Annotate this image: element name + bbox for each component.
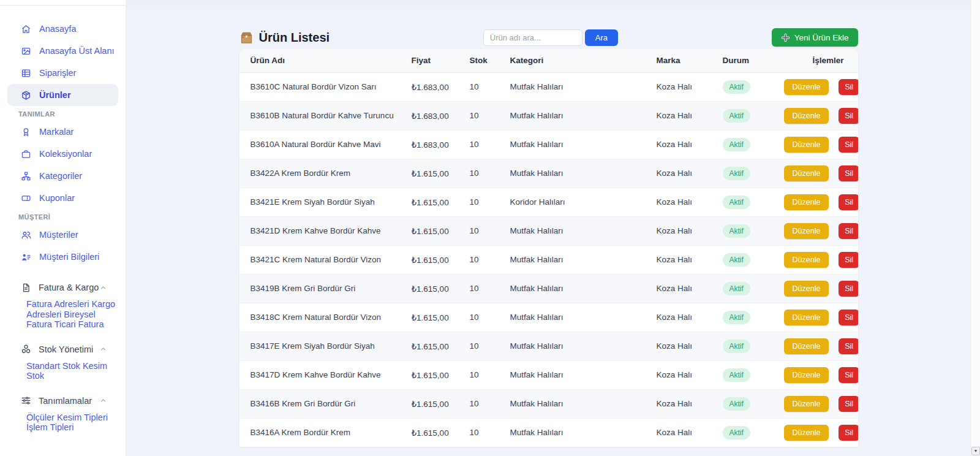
edit-button[interactable]: Düzenle <box>784 79 829 95</box>
sidebar-item-musteri-bilgileri[interactable]: Müşteri Bilgileri <box>0 246 126 268</box>
delete-button[interactable]: Sil <box>839 252 858 268</box>
column-header-kategori: Kategori <box>510 49 657 72</box>
product-category: Mutfak Halıları <box>510 284 564 293</box>
table-row: B3416A Krem Bordür Krem ₺1.615,00 10 Mut… <box>239 418 858 447</box>
product-category: Mutfak Halıları <box>510 140 564 149</box>
edit-button[interactable]: Düzenle <box>784 137 829 153</box>
product-price: ₺1.683,00 <box>412 83 449 92</box>
sidebar-item-stok-yonetimi[interactable]: Stok Yönetimi <box>0 339 126 360</box>
product-name: B3421D Krem Kahve Bordür Kahve <box>251 226 381 235</box>
delete-button[interactable]: Sil <box>839 165 858 181</box>
product-brand: Koza Halı <box>657 255 693 264</box>
product-category: Mutfak Halıları <box>510 111 564 120</box>
delete-button[interactable]: Sil <box>839 367 858 383</box>
sidebar-item-label: Anasayfa Üst Alanı <box>39 46 115 56</box>
sidebar-item-urunler[interactable]: Ürünler <box>7 84 118 106</box>
table-body: B3610C Natural Bordür Vizon Sarı ₺1.683,… <box>239 72 858 447</box>
status-badge: Aktif <box>723 282 750 295</box>
sidebar-item-markalar[interactable]: Markalar <box>0 121 126 143</box>
status-badge: Aktif <box>723 368 750 382</box>
sidebar-item-label: Ürünler <box>39 90 71 100</box>
users-icon <box>21 230 31 240</box>
delete-button[interactable]: Sil <box>839 310 858 325</box>
product-name: B3610B Natural Bordür Kahve Turuncu <box>251 111 394 120</box>
sidebar-item-label: Tanımlamalar <box>39 396 92 406</box>
product-stock: 10 <box>470 370 479 379</box>
edit-button[interactable]: Düzenle <box>784 194 829 210</box>
sliders-icon <box>21 395 31 406</box>
edit-button[interactable]: Düzenle <box>784 108 829 124</box>
delete-button[interactable]: Sil <box>839 79 858 95</box>
chevron-up-icon[interactable] <box>99 397 107 405</box>
edit-button[interactable]: Düzenle <box>784 252 829 268</box>
edit-button[interactable]: Düzenle <box>784 396 829 412</box>
product-stock: 10 <box>470 197 479 207</box>
product-brand: Koza Halı <box>657 226 693 235</box>
sitemap-icon <box>21 171 31 181</box>
delete-button[interactable]: Sil <box>839 108 858 124</box>
edit-button[interactable]: Düzenle <box>784 367 829 383</box>
search-input[interactable] <box>483 29 582 46</box>
product-stock: 10 <box>470 313 479 322</box>
edit-button[interactable]: Düzenle <box>784 310 829 325</box>
page-header: Ürün Listesi Ara Yeni Ürün Ekle <box>239 0 858 49</box>
product-price: ₺1.615,00 <box>412 284 449 294</box>
edit-button[interactable]: Düzenle <box>784 338 829 354</box>
sidebar-item-musteriler[interactable]: Müşteriler <box>0 224 126 246</box>
product-category: Mutfak Halıları <box>510 428 564 437</box>
sidebar-item-tanimlamalar[interactable]: Tanımlamalar <box>0 390 126 411</box>
sidebar-item-koleksiyonlar[interactable]: Koleksiyonlar <box>0 143 126 165</box>
sidebar-item-kuponlar[interactable]: Kuponlar <box>0 187 126 209</box>
status-badge: Aktif <box>723 253 750 267</box>
sidebar-top-divider <box>0 0 126 6</box>
table-row: B3421D Krem Kahve Bordür Kahve ₺1.615,00… <box>239 216 858 245</box>
delete-button[interactable]: Sil <box>839 137 858 153</box>
edit-button[interactable]: Düzenle <box>784 165 829 181</box>
product-brand: Koza Halı <box>657 111 693 120</box>
sidebar-item-anasayfa-ust-alani[interactable]: Anasayfa Üst Alanı <box>0 40 126 62</box>
add-product-button[interactable]: Yeni Ürün Ekle <box>772 28 858 47</box>
package-emoji-icon <box>239 31 254 45</box>
product-category: Mutfak Halıları <box>510 370 564 379</box>
main-content: Ürün Listesi Ara Yeni Ürün Ekle <box>126 0 980 456</box>
table-row: B3610B Natural Bordür Kahve Turuncu ₺1.6… <box>239 101 858 130</box>
delete-button[interactable]: Sil <box>839 223 858 239</box>
delete-button[interactable]: Sil <box>839 194 858 210</box>
product-price: ₺1.615,00 <box>412 169 449 178</box>
product-price: ₺1.615,00 <box>412 371 449 380</box>
product-category: Mutfak Halıları <box>510 82 564 91</box>
column-header-urun-adi: Ürün Adı <box>239 49 412 72</box>
sidebar-item-label: Anasayfa <box>39 24 76 34</box>
edit-button[interactable]: Düzenle <box>784 223 829 239</box>
sidebar-item-anasayfa[interactable]: Anasayfa <box>0 18 126 40</box>
status-badge: Aktif <box>723 397 750 411</box>
delete-button[interactable]: Sil <box>839 396 858 412</box>
chevron-up-icon[interactable] <box>99 284 107 292</box>
product-brand: Koza Halı <box>657 428 693 437</box>
sidebar-sublink-tanimlamalar[interactable]: Ölçüler Kesim Tipleri İşlem Tipleri <box>26 412 117 433</box>
home-icon <box>21 24 31 34</box>
sidebar-sublink-fatura-kargo[interactable]: Fatura Adresleri Kargo Adresleri Bireyse… <box>26 299 117 330</box>
delete-button[interactable]: Sil <box>839 338 858 354</box>
edit-button[interactable]: Düzenle <box>784 425 829 441</box>
sidebar-item-siparisler[interactable]: Siparişler <box>0 62 126 84</box>
product-brand: Koza Halı <box>657 169 693 178</box>
delete-button[interactable]: Sil <box>839 425 858 441</box>
page-scrollbar[interactable]: ▼ <box>971 0 980 456</box>
sidebar-item-label: Fatura & Kargo <box>39 283 99 292</box>
product-price: ₺1.615,00 <box>412 227 449 236</box>
product-stock: 10 <box>470 82 479 91</box>
edit-button[interactable]: Düzenle <box>784 281 829 297</box>
sidebar-sublink-stok-yonetimi[interactable]: Standart Stok Kesim Stok <box>26 361 117 381</box>
delete-button[interactable]: Sil <box>839 281 858 297</box>
table-row: B3422A Krem Bordür Krem ₺1.615,00 10 Mut… <box>239 159 858 188</box>
add-product-label: Yeni Ürün Ekle <box>794 33 849 42</box>
sidebar-item-fatura-kargo[interactable]: Fatura & Kargo <box>0 277 126 298</box>
sidebar-item-kategoriler[interactable]: Kategoriler <box>0 165 126 187</box>
chevron-up-icon[interactable] <box>99 345 107 353</box>
scrollbar-down-button[interactable]: ▼ <box>971 447 980 455</box>
search-button[interactable]: Ara <box>585 29 618 46</box>
product-stock: 10 <box>470 428 479 437</box>
image-icon <box>21 46 31 56</box>
sidebar-item-label: Müşteriler <box>39 230 78 240</box>
